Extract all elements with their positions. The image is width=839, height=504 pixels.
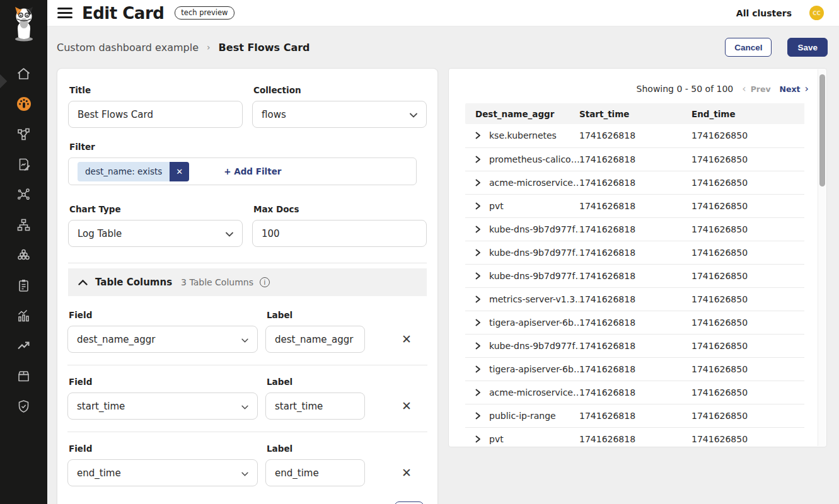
expand-row-chevron-icon[interactable] [475, 389, 481, 396]
chart-type-select[interactable]: Log Table [68, 220, 243, 247]
expand-row-chevron-icon[interactable] [475, 365, 481, 373]
table-row[interactable]: kube-dns-9b7d977f… 1741626818 1741626850 [465, 264, 804, 287]
avatar[interactable]: CC [809, 6, 824, 20]
table-columns-accordion[interactable]: Table Columns 3 Table Columns i [68, 268, 427, 296]
breadcrumb-current: Best Flows Card [219, 42, 310, 54]
dest-name-value: tigera-apiserver-6b… [489, 364, 579, 374]
sidebar-item-home[interactable] [0, 59, 47, 89]
end-time-value: 1741626850 [691, 241, 804, 264]
start-time-value: 1741626818 [579, 147, 691, 171]
filter-label: Filter [69, 142, 427, 152]
end-time-value: 1741626850 [691, 124, 804, 147]
max-docs-input[interactable] [252, 220, 427, 247]
filter-chip-remove-icon[interactable]: ✕ [170, 162, 189, 181]
chevron-up-icon [78, 280, 88, 285]
chevron-right-icon[interactable]: › [805, 84, 809, 94]
expand-row-chevron-icon[interactable] [475, 132, 481, 139]
flows-table-body: kse.kubernetes 1741626818 1741626850 pro… [465, 124, 804, 447]
expand-row-chevron-icon[interactable] [475, 202, 481, 210]
table-row[interactable]: kube-dns-9b7d977f… 1741626818 1741626850 [465, 334, 804, 357]
label-input[interactable] [265, 392, 365, 420]
dest-name-value: public-ip-range [489, 411, 556, 421]
add-column-button[interactable]: + [395, 501, 424, 504]
table-row[interactable]: kube-dns-9b7d977f… 1741626818 1741626850 [465, 217, 804, 241]
table-row[interactable]: kube-dns-9b7d977f… 1741626818 1741626850 [465, 241, 804, 264]
chevron-down-icon [241, 401, 248, 412]
expand-row-chevron-icon[interactable] [475, 435, 481, 443]
sidebar-item-trends[interactable] [0, 331, 47, 361]
breadcrumb-parent[interactable]: Custom dashboard example [57, 42, 199, 54]
sidebar-item-packages[interactable] [0, 361, 47, 391]
expand-row-chevron-icon[interactable] [475, 295, 481, 303]
chevron-down-icon [241, 334, 248, 345]
table-row[interactable]: public-ip-range 1741626818 1741626850 [465, 404, 804, 427]
field-value: end_time [77, 467, 241, 479]
max-docs-label: Max Docs [253, 204, 427, 214]
sidebar-item-service-graph[interactable] [0, 119, 47, 149]
scrollbar-thumb[interactable] [819, 74, 825, 186]
sidebar-item-compliance[interactable] [0, 270, 47, 301]
sidebar-item-threat-graph[interactable] [0, 180, 47, 210]
field-select[interactable]: dest_name_aggr [67, 326, 258, 353]
clipboard-icon [16, 278, 32, 293]
label-input[interactable] [265, 326, 365, 353]
collection-value: flows [262, 109, 410, 120]
sidebar-item-network-sets[interactable] [0, 210, 47, 240]
table-row[interactable]: pvt 1741626818 1741626850 [465, 194, 804, 217]
save-button[interactable]: Save [787, 38, 828, 57]
add-filter-button[interactable]: + Add Filter [224, 166, 281, 176]
chart-type-value: Log Table [78, 228, 226, 239]
table-row[interactable]: metrics-server-v1.3… 1741626818 17416268… [465, 287, 804, 311]
scrollbar-track[interactable] [818, 69, 826, 446]
chevron-left-icon[interactable]: ‹ [742, 84, 746, 94]
remove-column-icon[interactable]: ✕ [398, 331, 415, 347]
sidebar-item-logs[interactable] [0, 149, 47, 180]
remove-column-icon[interactable]: ✕ [398, 464, 415, 481]
table-column-row: Field end_time Label ✕ [67, 444, 427, 486]
expand-row-chevron-icon[interactable] [475, 156, 481, 163]
label-input[interactable] [265, 459, 365, 486]
dashboard-gauge-icon [16, 96, 32, 112]
expand-row-chevron-icon[interactable] [475, 272, 481, 280]
start-time-value: 1741626818 [579, 171, 691, 194]
sidebar-item-activity[interactable] [0, 301, 47, 331]
collection-select[interactable]: flows [252, 101, 427, 128]
table-row[interactable]: pvt 1741626818 1741626850 [465, 427, 804, 447]
expand-row-chevron-icon[interactable] [475, 319, 481, 326]
expand-row-chevron-icon[interactable] [475, 342, 481, 350]
table-row[interactable]: tigera-apiserver-6b… 1741626818 17416268… [465, 357, 804, 381]
sidebar-item-dashboards[interactable] [0, 89, 47, 119]
expand-row-chevron-icon[interactable] [475, 226, 481, 233]
table-row[interactable]: acme-microservice… 1741626818 1741626850 [465, 171, 804, 194]
table-row[interactable]: acme-microservice… 1741626818 1741626850 [465, 381, 804, 404]
filter-box: dest_name: exists ✕ + Add Filter [68, 158, 417, 185]
flows-table: Dest_name_aggr Start_time End_time kse.k… [465, 103, 804, 447]
prev-page-button[interactable]: Prev [751, 84, 771, 94]
expand-row-chevron-icon[interactable] [475, 179, 481, 186]
table-row[interactable]: kse.kubernetes 1741626818 1741626850 [465, 124, 804, 147]
table-row[interactable]: prometheus-calico… 1741626818 1741626850 [465, 147, 804, 171]
table-columns-count: 3 Table Columns [181, 277, 253, 287]
sidebar-item-clusters[interactable] [0, 240, 47, 270]
next-page-button[interactable]: Next [780, 84, 801, 94]
remove-column-icon[interactable]: ✕ [398, 398, 415, 414]
cluster-selector[interactable]: All clusters [736, 8, 792, 18]
field-value: start_time [77, 401, 241, 412]
info-icon: i [260, 277, 270, 287]
field-label: Field [69, 444, 258, 454]
start-time-value: 1741626818 [579, 124, 691, 147]
expand-row-chevron-icon[interactable] [475, 249, 481, 256]
expand-row-chevron-icon[interactable] [475, 412, 481, 420]
field-label: Field [69, 310, 258, 320]
table-row[interactable]: tigera-apiserver-6b… 1741626818 17416268… [465, 311, 804, 334]
hamburger-menu-icon[interactable] [57, 8, 72, 18]
title-input[interactable] [68, 101, 243, 128]
end-time-value: 1741626850 [691, 404, 804, 427]
logs-edit-icon [16, 157, 32, 172]
field-select[interactable]: end_time [67, 459, 258, 486]
sidebar-item-security[interactable] [0, 391, 47, 421]
start-time-value: 1741626818 [579, 287, 691, 311]
topbar: Edit Card tech preview All clusters CC [47, 0, 839, 26]
cancel-button[interactable]: Cancel [725, 38, 772, 57]
field-select[interactable]: start_time [67, 392, 258, 420]
